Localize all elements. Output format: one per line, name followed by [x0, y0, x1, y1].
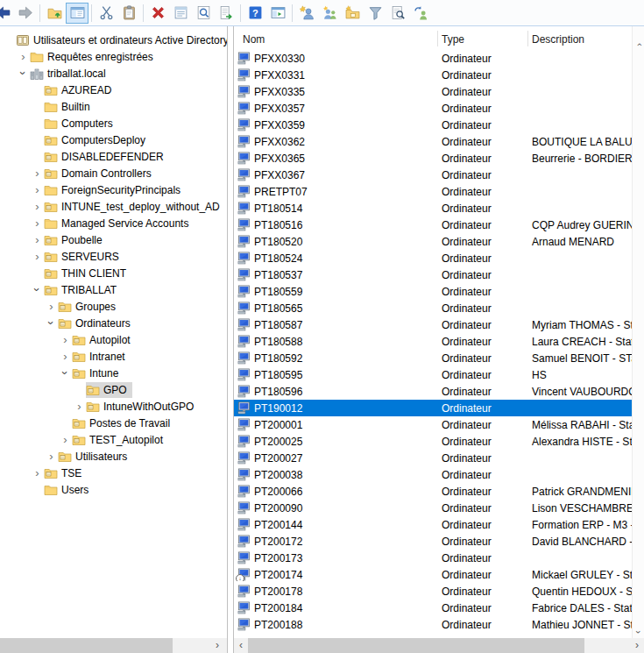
scroll-down-icon[interactable]: ›: [633, 626, 644, 638]
scroll-left-icon[interactable]: ‹: [234, 638, 248, 653]
chevron-expanded-icon[interactable]: ›: [45, 317, 58, 329]
refresh-icon[interactable]: [192, 3, 215, 24]
tree-item-test-autopilot[interactable]: ›TEST_Autopilot: [0, 431, 227, 448]
up-one-level-icon[interactable]: [43, 3, 66, 24]
tree-item-thin-client[interactable]: THIN CLIENT: [0, 265, 227, 281]
list-row-pfxx0330[interactable]: PFXX0330Ordinateur: [234, 50, 644, 67]
list-row-pt180592[interactable]: PT180592OrdinateurSamuel BENOIT - STati: [234, 350, 644, 366]
chevron-collapsed-icon[interactable]: ›: [31, 184, 44, 195]
list-row-pt180514[interactable]: PT180514Ordinateur: [234, 200, 644, 216]
tree-item-autopilot[interactable]: ›Autopilot: [0, 331, 227, 348]
list-row-pt180524[interactable]: PT180524Ordinateur: [234, 250, 644, 266]
new-user-icon[interactable]: [295, 3, 318, 24]
scrollbar-thumb[interactable]: [0, 638, 173, 653]
scrollbar-thumb[interactable]: [248, 638, 584, 653]
list-row-pt200173[interactable]: PT200173Ordinateur: [234, 550, 644, 566]
new-ou-icon[interactable]: [341, 3, 364, 24]
forward-icon[interactable]: [14, 3, 37, 24]
tree-item-builtin[interactable]: Builtin: [0, 98, 227, 115]
chevron-collapsed-icon[interactable]: ›: [45, 301, 58, 312]
list-row-pt200188[interactable]: PT200188OrdinateurMathieu JONNET - Sta: [234, 616, 644, 633]
chevron-collapsed-icon[interactable]: ›: [17, 51, 30, 62]
list-row-pfxx0367[interactable]: PFXX0367Ordinateur: [234, 167, 644, 183]
tree-item-azuread[interactable]: AZUREAD: [0, 82, 227, 98]
chevron-expanded-icon[interactable]: ›: [31, 284, 44, 295]
column-header-nom[interactable]: Nom: [234, 26, 438, 50]
list-row-pt200038[interactable]: PT200038Ordinateur: [234, 466, 644, 483]
tree-horizontal-scrollbar[interactable]: ›: [0, 638, 227, 653]
chevron-expanded-icon[interactable]: ›: [17, 67, 30, 79]
chevron-collapsed-icon[interactable]: ›: [59, 334, 72, 345]
list-row-pt180520[interactable]: PT180520OrdinateurArnaud MENARD: [234, 233, 644, 250]
export-list-icon[interactable]: [215, 3, 237, 24]
user-action-icon[interactable]: [409, 3, 432, 24]
list-row-pt200172[interactable]: PT200172OrdinateurDavid BLANCHARD - S: [234, 533, 644, 550]
tree-item-domain-controllers[interactable]: ›Domain Controllers: [0, 165, 227, 181]
tree-item-intranet[interactable]: ›Intranet: [0, 348, 227, 365]
list-row-pt180588[interactable]: PT180588OrdinateurLaura CREACH - Statig: [234, 333, 644, 350]
list-row-pt180537[interactable]: PT180537Ordinateur: [234, 266, 644, 283]
list-row-pt200066[interactable]: PT200066OrdinateurPatrick GRANDMENIL: [234, 483, 644, 500]
chevron-collapsed-icon[interactable]: ›: [31, 167, 44, 179]
list-row-pt180559[interactable]: PT180559Ordinateur: [234, 283, 644, 300]
list-row-pt200090[interactable]: PT200090OrdinateurLison VESCHAMBRE - S: [234, 500, 644, 516]
list-row-pt200025[interactable]: PT200025OrdinateurAlexandra HISTE - Stat: [234, 433, 644, 450]
list-row-pfxx0362[interactable]: PFXX0362OrdinateurBOUTIQUE LA BALUE: [234, 133, 644, 150]
tree-item-computers[interactable]: Computers: [0, 115, 227, 131]
list-row-pt180595[interactable]: PT180595OrdinateurHS: [234, 366, 644, 383]
column-header-description[interactable]: Description: [528, 26, 644, 50]
filter-icon[interactable]: [364, 3, 386, 24]
list-row-pt190012[interactable]: PT190012Ordinateur: [234, 400, 644, 416]
tree-item-triballat[interactable]: ›TRIBALLAT: [0, 281, 227, 298]
tree-item-managed-service-accounts[interactable]: ›Managed Service Accounts: [0, 215, 227, 231]
list-row-pt200174[interactable]: ↓PT200174OrdinateurMickael GRULEY - Stat: [234, 566, 644, 583]
properties-icon[interactable]: [169, 3, 192, 24]
chevron-collapsed-icon[interactable]: ›: [31, 201, 44, 212]
tree-item-users[interactable]: Users: [0, 481, 227, 498]
list-row-pfxx0365[interactable]: PFXX0365OrdinateurBeurrerie - BORDIER: [234, 150, 644, 167]
cut-icon[interactable]: [95, 3, 117, 24]
chevron-collapsed-icon[interactable]: ›: [73, 401, 86, 412]
tree-item-intune[interactable]: ›Intune: [0, 365, 227, 381]
list-row-pretpt07[interactable]: PRETPT07Ordinateur: [234, 183, 644, 200]
chevron-collapsed-icon[interactable]: ›: [31, 467, 44, 479]
tree-item-triballat-local[interactable]: ›triballat.local: [0, 65, 227, 82]
list-row-pfxx0359[interactable]: PFXX0359Ordinateur: [234, 117, 644, 133]
list-row-pfxx0335[interactable]: PFXX0335Ordinateur: [234, 83, 644, 100]
list-row-pt180565[interactable]: PT180565Ordinateur: [234, 300, 644, 316]
scroll-right-icon[interactable]: ›: [630, 638, 644, 653]
tree-item-gpo[interactable]: GPO: [0, 381, 227, 398]
tree-item-serveurs[interactable]: ›SERVEURS: [0, 248, 227, 265]
chevron-collapsed-icon[interactable]: ›: [45, 451, 58, 462]
tree-item-ordinateurs[interactable]: ›Ordinateurs: [0, 315, 227, 331]
help-icon[interactable]: ?: [244, 3, 266, 24]
column-header-type[interactable]: Type: [438, 26, 528, 50]
tree-item-requ-tes-enregistr-es[interactable]: ›Requêtes enregistrées: [0, 48, 227, 65]
new-group-icon[interactable]: [318, 3, 341, 24]
list-horizontal-scrollbar[interactable]: ‹ ›: [234, 638, 644, 653]
chevron-collapsed-icon[interactable]: ›: [59, 351, 72, 362]
tree-item-computersdeploy[interactable]: ComputersDeploy: [0, 131, 227, 148]
list-row-pfxx0331[interactable]: PFXX0331Ordinateur: [234, 67, 644, 83]
list-row-pt200027[interactable]: PT200027Ordinateur: [234, 450, 644, 466]
tree-item-utilisateurs-et-ordinateurs-active-directory-dc1[interactable]: Utilisateurs et ordinateurs Active Direc…: [0, 32, 227, 48]
tree-item-tse[interactable]: ›TSE: [0, 465, 227, 481]
scroll-up-icon[interactable]: ›: [633, 39, 644, 51]
tree-item-groupes[interactable]: ›Groupes: [0, 298, 227, 315]
list-row-pt180596[interactable]: PT180596OrdinateurVincent VAUBOURDOL: [234, 383, 644, 400]
delete-icon[interactable]: [146, 3, 169, 24]
tree-item-disabledefender[interactable]: DISABLEDEFENDER: [0, 148, 227, 165]
list-row-pt200178[interactable]: PT200178OrdinateurQuentin HEDOUX - Sta: [234, 583, 644, 600]
list-row-pt200144[interactable]: PT200144OrdinateurFormation ERP - M3 -: [234, 516, 644, 533]
list-row-pt200001[interactable]: PT200001OrdinateurMélissa RABAHI - Stati: [234, 416, 644, 433]
scroll-right-icon[interactable]: ›: [210, 638, 224, 653]
chevron-collapsed-icon[interactable]: ›: [59, 434, 72, 445]
show-console-tree-icon[interactable]: [66, 3, 88, 24]
tree-item-poubelle[interactable]: ›Poubelle: [0, 231, 227, 248]
tree-item-postes-de-travail[interactable]: Postes de Travail: [0, 415, 227, 431]
list-row-pt180587[interactable]: PT180587OrdinateurMyriam THOMAS - Sta: [234, 316, 644, 333]
list-row-pt200184[interactable]: PT200184OrdinateurFabrice DALES - Statig: [234, 600, 644, 616]
list-row-pfxx0357[interactable]: PFXX0357Ordinateur: [234, 100, 644, 117]
find-icon[interactable]: [386, 3, 409, 24]
tree-item-intunewithoutgpo[interactable]: ›IntuneWithOutGPO: [0, 398, 227, 415]
